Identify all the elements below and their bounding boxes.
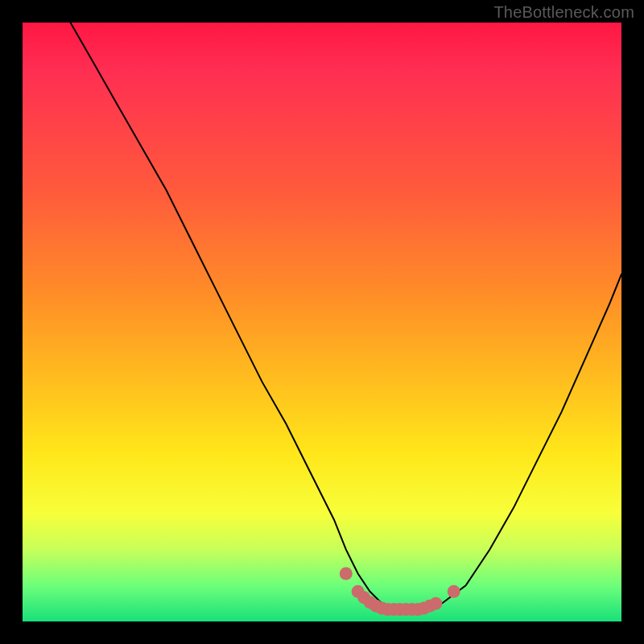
plot-area (23, 23, 621, 621)
sweet-spot-marker (429, 597, 442, 610)
sweet-spot-marker (448, 585, 460, 598)
chart-svg (23, 23, 621, 621)
chart-frame: TheBottleneck.com (0, 0, 644, 644)
sweet-spot-marker (340, 568, 353, 580)
watermark-text: TheBottleneck.com (493, 3, 634, 22)
bottleneck-curve (71, 23, 622, 609)
